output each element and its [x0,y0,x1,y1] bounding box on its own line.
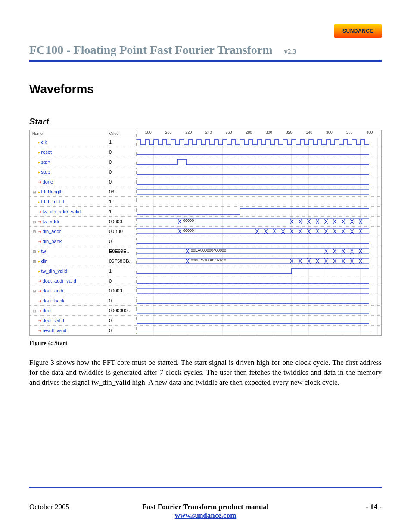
signal-waveform [137,187,381,196]
signal-waveform [137,207,381,216]
signal-name-text: FFTlength [41,189,63,194]
input-port-icon: ▸ [37,269,41,274]
time-axis-tick: 260 [219,130,239,137]
time-axis-tick: 200 [159,130,179,137]
signal-name-text: tw [41,249,46,254]
bus-value-label: 00000 [183,228,194,233]
signal-name-text: din_addr [43,229,61,234]
time-axis-tick: 400 [359,130,380,137]
signal-name: ▸ stop [30,168,107,175]
bus-value-label: 00000 [183,218,194,223]
waveform-col-value-header: Value [107,131,137,137]
waveform-row: ⊞ ▸ twE8E99E..00EA800000400000 [30,246,381,256]
signal-value: 1 [107,198,137,205]
waveform-rows: ▸ clk1 ▸ reset0 ▸ start0 ▸ stop0 ⇢ done0… [30,137,381,335]
signal-waveform: 020E75380B337610 [137,256,381,266]
signal-waveform [137,296,381,305]
output-port-icon: ⇢ [37,289,43,293]
output-port-icon: ⇢ [37,219,43,224]
waveform-row: ▸ stop0 [30,167,381,177]
signal-value: 06 [107,188,137,195]
signal-name: ⇢ dout_addr_valid [30,277,107,284]
waveform-row: ⊞ ⇢ din_addr00B8000000 [30,227,381,236]
figure-caption: Figure 4: Start [29,340,382,347]
expand-icon[interactable]: ⊞ [32,259,37,264]
page-title: FC100 - Floating Point Fast Fourier Tran… [29,43,382,57]
time-axis-tick: 320 [279,130,299,137]
signal-waveform [137,326,381,335]
signal-name: ▸ reset [30,149,107,156]
signal-value: 1 [107,208,137,215]
page-title-text: FC100 - Floating Point Fast Fourier Tran… [29,43,273,56]
signal-name-text: result_valid [43,328,67,333]
waveform-viewer: Name Value 18020022024026028030032034036… [29,130,382,336]
signal-name-text: tw_din_addr_valid [43,209,81,214]
signal-name-text: reset [41,149,52,155]
waveform-col-name-header: Name [30,131,107,137]
time-axis-tick: 360 [319,130,339,137]
waveform-row: ⊞ ▸ FFTlength06 [30,187,381,197]
bus-value-label: 020E75380B337610 [191,258,226,262]
expand-icon[interactable]: ⊞ [32,249,37,254]
signal-value: 0 [107,149,137,156]
signal-value: 1 [107,139,137,146]
signal-name: ⊞ ⇢ dout_addr [30,287,107,294]
signal-name: ⇢ dout_valid [30,317,107,324]
time-axis-tick: 340 [299,130,319,137]
waveform-row: ⊞ ⇢ dout0000000.. [30,306,381,316]
signal-value: 0 [107,159,137,165]
signal-value: 00600 [107,218,137,225]
signal-name: ▸ tw_din_valid [30,268,107,274]
signal-name: ⊞ ▸ FFTlength [30,188,107,195]
waveform-row: ⊞ ⇢ dout_addr00000 [30,286,381,296]
waveform-row: ⇢ dout_bank0 [30,296,381,306]
signal-waveform [137,147,381,157]
signal-value: 06F58CB.. [107,258,137,264]
brand-logo: SUNDANCE [334,24,382,38]
waveform-row: ▸ reset0 [30,147,381,157]
expand-icon[interactable]: ⊞ [32,289,37,293]
signal-name-text: stop [41,169,50,174]
signal-name: ⇢ dout_bank [30,297,107,304]
waveform-row: ⇢ dout_valid0 [30,316,381,326]
output-port-icon: ⇢ [37,209,43,214]
signal-name-text: dout_addr_valid [43,278,76,283]
signal-value: 0 [107,327,137,334]
output-port-icon: ⇢ [37,239,43,244]
waveform-row: ⇢ done0 [30,177,381,187]
signal-name-text: dout [43,308,52,313]
signal-name-text: tw_addr [43,219,59,224]
signal-name: ⊞ ▸ tw [30,248,107,255]
waveform-row: ⇢ result_valid0 [30,326,381,335]
expand-icon[interactable]: ⊞ [32,220,37,224]
output-port-icon: ⇢ [37,180,43,184]
header-divider [29,60,382,62]
signal-waveform [137,306,381,315]
signal-name: ⇢ din_bank [30,238,107,245]
expand-icon[interactable]: ⊞ [32,309,37,313]
signal-value: 0 [107,238,137,245]
time-axis-tick: 280 [239,130,259,137]
signal-value: 0 [107,277,137,284]
footer-website-link[interactable]: www.sundance.com [175,511,237,520]
expand-icon[interactable]: ⊞ [32,230,37,234]
input-port-icon: ▸ [37,150,41,155]
signal-value: 00000 [107,287,137,294]
signal-value: 0 [107,168,137,175]
signal-value: 1 [107,268,137,274]
signal-waveform [137,137,381,147]
signal-waveform [137,266,381,276]
input-port-icon: ▸ [37,249,41,254]
signal-waveform [137,197,381,206]
waveform-row: ⇢ tw_din_addr_valid1 [30,207,381,217]
subsection-heading: Start [29,117,382,128]
section-heading: Waveforms [29,82,382,96]
input-port-icon: ▸ [37,259,41,264]
signal-waveform: 00EA800000400000 [137,246,381,256]
signal-name-text: dout_bank [43,298,65,303]
expand-icon[interactable]: ⊞ [32,190,37,194]
waveform-header-row: Name Value 18020022024026028030032034036… [30,130,381,137]
output-port-icon: ⇢ [37,299,43,303]
signal-name-text: din_bank [43,239,62,244]
waveform-row: ⊞ ▸ din06F58CB..020E75380B337610 [30,256,381,266]
